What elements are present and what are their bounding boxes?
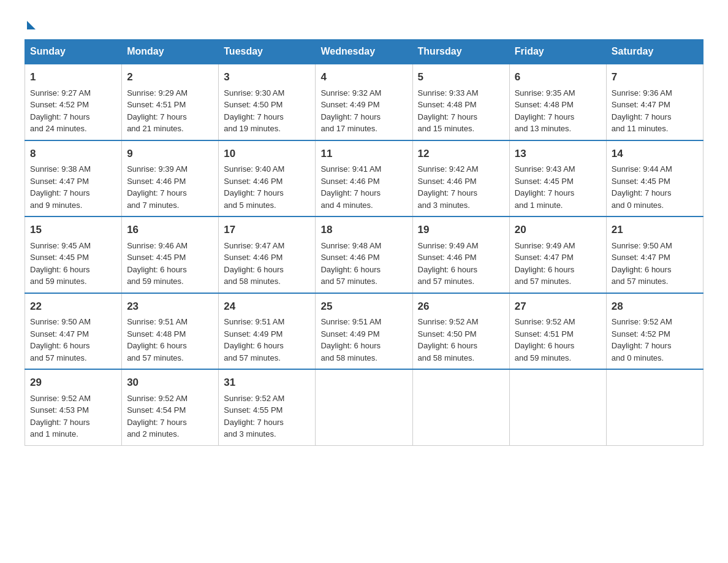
day-info: Sunrise: 9:40 AM Sunset: 4:46 PM Dayligh… [224,163,310,211]
calendar-cell: 3Sunrise: 9:30 AM Sunset: 4:50 PM Daylig… [219,64,316,140]
calendar-cell: 22Sunrise: 9:50 AM Sunset: 4:47 PM Dayli… [25,293,122,370]
day-number: 11 [320,146,407,162]
day-number: 22 [30,299,116,315]
day-info: Sunrise: 9:44 AM Sunset: 4:45 PM Dayligh… [612,163,698,211]
weekday-header-tuesday: Tuesday [219,40,316,64]
calendar-cell: 4Sunrise: 9:32 AM Sunset: 4:49 PM Daylig… [316,64,412,140]
calendar-cell: 31Sunrise: 9:52 AM Sunset: 4:55 PM Dayli… [219,369,316,445]
weekday-header-monday: Monday [122,40,219,64]
day-info: Sunrise: 9:27 AM Sunset: 4:52 PM Dayligh… [30,87,116,135]
day-info: Sunrise: 9:49 AM Sunset: 4:47 PM Dayligh… [515,240,601,288]
calendar-cell: 17Sunrise: 9:47 AM Sunset: 4:46 PM Dayli… [219,216,316,293]
day-number: 5 [418,69,504,85]
day-number: 1 [30,69,116,85]
calendar-cell [316,369,412,445]
calendar-cell: 19Sunrise: 9:49 AM Sunset: 4:46 PM Dayli… [412,216,509,293]
calendar-cell: 15Sunrise: 9:45 AM Sunset: 4:45 PM Dayli… [25,216,122,293]
weekday-header-sunday: Sunday [25,40,122,64]
calendar-cell: 13Sunrise: 9:43 AM Sunset: 4:45 PM Dayli… [509,140,606,217]
day-info: Sunrise: 9:50 AM Sunset: 4:47 PM Dayligh… [612,240,698,288]
calendar-cell [412,369,509,445]
weekday-header-thursday: Thursday [412,40,509,64]
day-info: Sunrise: 9:52 AM Sunset: 4:50 PM Dayligh… [418,316,504,364]
day-number: 20 [515,222,601,238]
week-row-4: 22Sunrise: 9:50 AM Sunset: 4:47 PM Dayli… [25,293,703,370]
day-number: 10 [224,146,310,162]
day-number: 21 [612,222,698,238]
calendar-cell: 18Sunrise: 9:48 AM Sunset: 4:46 PM Dayli… [316,216,412,293]
day-number: 7 [612,69,698,85]
day-info: Sunrise: 9:33 AM Sunset: 4:48 PM Dayligh… [418,87,504,135]
day-info: Sunrise: 9:42 AM Sunset: 4:46 PM Dayligh… [418,163,504,211]
calendar-cell: 30Sunrise: 9:52 AM Sunset: 4:54 PM Dayli… [122,369,219,445]
day-info: Sunrise: 9:50 AM Sunset: 4:47 PM Dayligh… [30,316,116,364]
day-number: 26 [418,299,504,315]
day-info: Sunrise: 9:52 AM Sunset: 4:52 PM Dayligh… [612,316,698,364]
calendar-cell: 26Sunrise: 9:52 AM Sunset: 4:50 PM Dayli… [412,293,509,370]
calendar-cell: 1Sunrise: 9:27 AM Sunset: 4:52 PM Daylig… [25,64,122,140]
weekday-header-saturday: Saturday [606,40,703,64]
day-info: Sunrise: 9:43 AM Sunset: 4:45 PM Dayligh… [515,163,601,211]
calendar-cell: 7Sunrise: 9:36 AM Sunset: 4:47 PM Daylig… [606,64,703,140]
day-info: Sunrise: 9:38 AM Sunset: 4:47 PM Dayligh… [30,163,116,211]
calendar-cell: 11Sunrise: 9:41 AM Sunset: 4:46 PM Dayli… [316,140,412,217]
page-header [25,18,703,27]
calendar-table: SundayMondayTuesdayWednesdayThursdayFrid… [25,39,703,446]
weekday-header-friday: Friday [509,40,606,64]
week-row-2: 8Sunrise: 9:38 AM Sunset: 4:47 PM Daylig… [25,140,703,217]
day-info: Sunrise: 9:51 AM Sunset: 4:48 PM Dayligh… [127,316,213,364]
day-info: Sunrise: 9:51 AM Sunset: 4:49 PM Dayligh… [224,316,310,364]
day-number: 16 [127,222,213,238]
day-info: Sunrise: 9:52 AM Sunset: 4:53 PM Dayligh… [30,393,116,440]
day-info: Sunrise: 9:45 AM Sunset: 4:45 PM Dayligh… [30,240,116,288]
weekday-header-wednesday: Wednesday [316,40,412,64]
calendar-cell: 10Sunrise: 9:40 AM Sunset: 4:46 PM Dayli… [219,140,316,217]
calendar-cell: 5Sunrise: 9:33 AM Sunset: 4:48 PM Daylig… [412,64,509,140]
day-number: 31 [224,375,310,391]
day-number: 4 [320,69,407,85]
day-number: 18 [320,222,407,238]
calendar-cell: 14Sunrise: 9:44 AM Sunset: 4:45 PM Dayli… [606,140,703,217]
calendar-cell: 28Sunrise: 9:52 AM Sunset: 4:52 PM Dayli… [606,293,703,370]
logo [25,18,36,27]
day-number: 30 [127,375,213,391]
day-number: 15 [30,222,116,238]
logo-arrow-icon [27,21,36,29]
calendar-cell: 8Sunrise: 9:38 AM Sunset: 4:47 PM Daylig… [25,140,122,217]
day-number: 2 [127,69,213,85]
day-number: 19 [418,222,504,238]
day-info: Sunrise: 9:46 AM Sunset: 4:45 PM Dayligh… [127,240,213,288]
day-info: Sunrise: 9:52 AM Sunset: 4:55 PM Dayligh… [224,393,310,440]
day-number: 9 [127,146,213,162]
day-info: Sunrise: 9:47 AM Sunset: 4:46 PM Dayligh… [224,240,310,288]
day-number: 23 [127,299,213,315]
calendar-cell: 2Sunrise: 9:29 AM Sunset: 4:51 PM Daylig… [122,64,219,140]
week-row-1: 1Sunrise: 9:27 AM Sunset: 4:52 PM Daylig… [25,64,703,140]
day-number: 12 [418,146,504,162]
calendar-cell: 12Sunrise: 9:42 AM Sunset: 4:46 PM Dayli… [412,140,509,217]
day-info: Sunrise: 9:32 AM Sunset: 4:49 PM Dayligh… [320,87,407,135]
day-number: 29 [30,375,116,391]
day-info: Sunrise: 9:52 AM Sunset: 4:54 PM Dayligh… [127,393,213,440]
calendar-cell: 27Sunrise: 9:52 AM Sunset: 4:51 PM Dayli… [509,293,606,370]
day-number: 14 [612,146,698,162]
week-row-5: 29Sunrise: 9:52 AM Sunset: 4:53 PM Dayli… [25,369,703,445]
calendar-cell: 20Sunrise: 9:49 AM Sunset: 4:47 PM Dayli… [509,216,606,293]
day-number: 25 [320,299,407,315]
day-info: Sunrise: 9:48 AM Sunset: 4:46 PM Dayligh… [320,240,407,288]
day-info: Sunrise: 9:41 AM Sunset: 4:46 PM Dayligh… [320,163,407,211]
day-info: Sunrise: 9:52 AM Sunset: 4:51 PM Dayligh… [515,316,601,364]
day-info: Sunrise: 9:39 AM Sunset: 4:46 PM Dayligh… [127,163,213,211]
day-number: 27 [515,299,601,315]
day-info: Sunrise: 9:36 AM Sunset: 4:47 PM Dayligh… [612,87,698,135]
calendar-cell [509,369,606,445]
day-info: Sunrise: 9:35 AM Sunset: 4:48 PM Dayligh… [515,87,601,135]
weekday-header-row: SundayMondayTuesdayWednesdayThursdayFrid… [25,40,703,64]
calendar-cell: 9Sunrise: 9:39 AM Sunset: 4:46 PM Daylig… [122,140,219,217]
day-number: 17 [224,222,310,238]
calendar-cell: 25Sunrise: 9:51 AM Sunset: 4:49 PM Dayli… [316,293,412,370]
day-info: Sunrise: 9:30 AM Sunset: 4:50 PM Dayligh… [224,87,310,135]
day-number: 24 [224,299,310,315]
calendar-cell [606,369,703,445]
calendar-cell: 23Sunrise: 9:51 AM Sunset: 4:48 PM Dayli… [122,293,219,370]
